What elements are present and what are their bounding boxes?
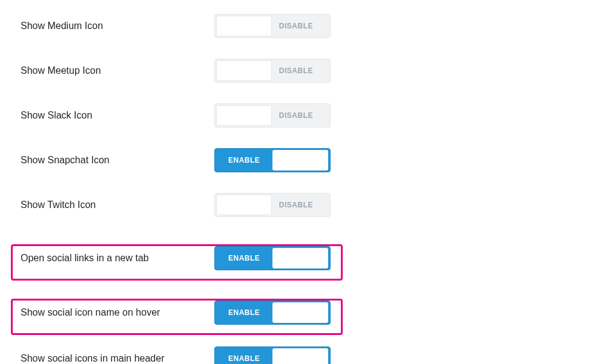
toggle-knob: [272, 150, 328, 171]
toggle-meetup[interactable]: DISABLE: [214, 59, 331, 83]
setting-row-snapchat: Show Snapchat IconENABLE: [0, 141, 600, 179]
setting-row-meetup: Show Meetup IconDISABLE: [0, 52, 600, 89]
setting-label: Show Twitch Icon: [21, 200, 214, 210]
setting-row-hover: Show social icon name on hoverENABLE: [0, 294, 600, 331]
setting-label: Open social links in a new tab: [21, 253, 214, 264]
toggle-state-label: DISABLE: [279, 111, 313, 120]
toggle-state-label: ENABLE: [228, 354, 260, 363]
toggle-state-label: DISABLE: [279, 201, 313, 209]
toggle-state-label: ENABLE: [228, 308, 260, 317]
setting-label: Show Snapchat Icon: [21, 155, 214, 166]
toggle-medium[interactable]: DISABLE: [214, 14, 331, 38]
toggle-hover[interactable]: ENABLE: [214, 301, 331, 325]
toggle-knob: [216, 105, 272, 126]
toggle-slack[interactable]: DISABLE: [214, 103, 331, 128]
setting-label: Show Slack Icon: [21, 110, 214, 121]
setting-label: Show social icons in main header: [21, 353, 214, 364]
setting-row-slack: Show Slack IconDISABLE: [0, 97, 600, 134]
setting-label: Show social icon name on hover: [21, 307, 214, 318]
setting-row-header: Show social icons in main headerENABLE: [0, 340, 600, 364]
toggle-twitch[interactable]: DISABLE: [214, 193, 331, 217]
toggle-newtab[interactable]: ENABLE: [214, 246, 331, 270]
toggle-snapchat[interactable]: ENABLE: [214, 148, 331, 172]
setting-row-medium: Show Medium IconDISABLE: [0, 7, 600, 45]
toggle-state-label: DISABLE: [279, 67, 313, 75]
toggle-knob: [216, 60, 272, 81]
setting-row-twitch: Show Twitch IconDISABLE: [0, 186, 600, 224]
setting-label: Show Medium Icon: [21, 21, 214, 31]
toggle-knob: [272, 248, 328, 268]
toggle-knob: [216, 195, 272, 215]
toggle-state-label: ENABLE: [228, 254, 260, 262]
toggle-knob: [216, 16, 272, 36]
toggle-knob: [272, 302, 328, 323]
toggle-knob: [272, 348, 328, 364]
setting-row-newtab: Open social links in a new tabENABLE: [0, 239, 600, 277]
toggle-header[interactable]: ENABLE: [214, 346, 331, 364]
setting-label: Show Meetup Icon: [21, 65, 214, 76]
toggle-state-label: ENABLE: [228, 156, 260, 164]
toggle-state-label: DISABLE: [279, 22, 313, 30]
